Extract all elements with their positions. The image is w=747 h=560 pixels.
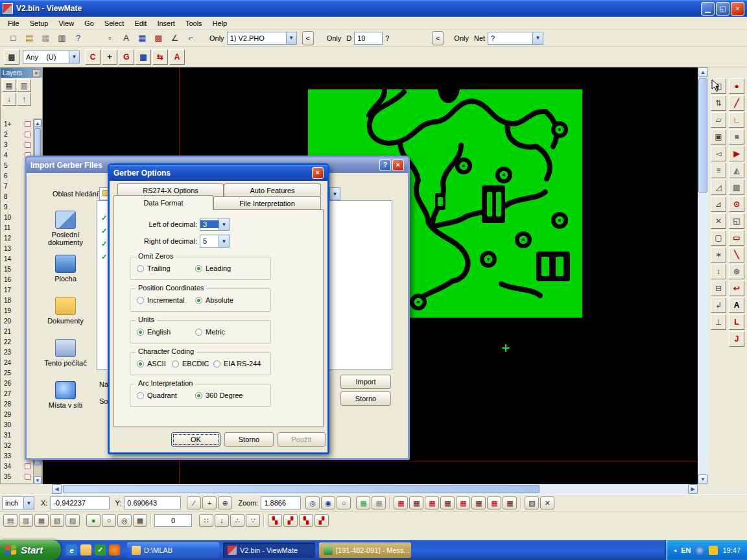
letter-g-tool-icon[interactable]: G [119,49,134,65]
vertical-scrollbar[interactable]: ▲ ▼ [698,67,708,484]
checker-2-icon[interactable]: ▞ [283,514,298,527]
copy-region-tool-icon[interactable]: ◱ [729,213,744,229]
radio-ascii[interactable]: ASCII [137,360,166,368]
swap-horiz-icon[interactable]: ⇆ [152,49,168,65]
polyline-tool-icon[interactable]: ∟ [729,112,744,128]
grid-step-2-icon[interactable]: ▥ [19,514,33,527]
because-icon[interactable]: ∵ [246,514,260,527]
menu-item[interactable]: Help [208,18,233,29]
grid-step-4-icon[interactable]: ▧ [50,514,64,527]
anchor-tool-icon[interactable]: ⊥ [711,314,726,330]
radio-trailing[interactable]: Trailing [137,264,171,272]
scroll-up-icon[interactable]: ▲ [698,67,708,77]
transform-tool-icon[interactable]: ▱ [711,112,726,128]
ok-button[interactable]: OK [171,432,220,447]
probe-a-icon[interactable]: ○ [102,514,116,527]
update-tray-icon[interactable] [709,546,718,555]
checker-3-icon[interactable]: ▚ [299,514,313,527]
internet-explorer-icon[interactable]: e [66,544,77,555]
zoom-out-icon[interactable]: ○ [337,496,351,509]
undo-tool-icon[interactable]: ↲ [711,298,726,313]
taskbar-button-mlab[interactable]: D:\MLAB [127,542,219,558]
drop-arrow-icon[interactable]: ↓ [215,514,229,527]
layer-copy-tool-icon[interactable]: ⇅ [711,95,726,111]
print-icon[interactable]: ▥ [54,31,69,45]
grid-step-1-icon[interactable]: ▤ [3,514,18,527]
grid-green-icon[interactable]: ▦ [356,496,370,509]
layer-row[interactable]: 2 [1,129,33,139]
layers-panel-titlebar[interactable]: Layers × [1,68,42,78]
chevron-down-icon[interactable]: ▼ [23,497,34,509]
pan-cross-icon[interactable]: + [102,49,117,65]
chevron-down-icon[interactable]: ▼ [286,32,296,44]
mirror-tool-icon[interactable]: ◅ [711,146,726,161]
context-help-icon[interactable]: ? [71,31,86,45]
letter-a-tool-icon[interactable]: A [169,49,185,65]
flash-tool-icon[interactable]: ▶ [729,146,744,161]
save-file-icon[interactable]: ▦ [38,31,53,45]
dot-grid-icon[interactable]: ∷ [199,514,213,527]
checker-4-icon[interactable]: ▞ [314,514,329,527]
open-file-icon[interactable]: ▤ [22,31,37,45]
menu-item[interactable]: Go [79,18,99,29]
circle-tool-icon[interactable]: ⊙ [729,196,744,212]
zoom-in-icon[interactable]: ◎ [305,496,320,509]
menu-item[interactable]: File [3,18,25,29]
close-icon[interactable]: × [312,167,324,179]
layer-color-swatch[interactable] [25,463,30,469]
place-network[interactable]: Místa v síti [37,381,94,409]
layer-color-swatch[interactable] [25,132,30,137]
left-of-decimal-combo[interactable]: 3 ▼ [200,218,230,231]
chevron-down-icon[interactable]: ▼ [69,51,79,63]
online-dot-icon[interactable]: ● [86,514,101,527]
help-icon[interactable]: ? [379,159,391,171]
menu-item[interactable]: Setup [25,18,54,29]
grid-step-3-icon[interactable]: ▦ [34,514,49,527]
net-grid-8-icon[interactable]: ▦ [503,496,517,509]
letter-c-tool-icon[interactable]: C [85,49,101,65]
ruler-icon[interactable]: ⌐ [184,31,198,45]
snap-tool-icon[interactable]: ∗ [711,247,726,262]
messenger-icon[interactable]: ✓ [95,544,106,555]
hook-tool-icon[interactable]: ↩ [729,281,744,296]
prev-net-button[interactable]: < [432,31,444,45]
fill-rect-tool-icon[interactable]: ▣ [711,129,726,145]
zoom-select-icon[interactable]: ◉ [321,496,335,509]
tab-file-interpretation[interactable]: File Interpretation [213,196,321,209]
import-button[interactable]: Import [340,375,391,389]
restore-button[interactable]: ◱ [716,2,729,16]
dashed-rect-tool-icon[interactable]: ▭ [729,230,744,246]
tab-data-format[interactable]: Data Format [113,195,213,210]
radio-incremental[interactable]: Incremental [137,296,184,304]
layer-color-swatch[interactable] [25,474,30,480]
place-my-computer[interactable]: Tento počítač [37,339,94,367]
browser-icon[interactable] [109,544,120,555]
cut-tool-icon[interactable]: ✕ [711,213,726,229]
file-checked-icon[interactable]: ✓ [101,227,107,235]
apply-button[interactable]: Použít [278,432,326,447]
close-button[interactable]: × [731,2,744,16]
therefore-icon[interactable]: ∴ [230,514,244,527]
menu-item[interactable]: Edit [129,18,152,29]
net-grid-7-icon[interactable]: ▦ [487,496,501,509]
text-tool-icon[interactable]: A [729,298,744,313]
probe-b-icon[interactable]: ◎ [117,514,132,527]
grid-toggle-icon[interactable]: ▦ [133,514,147,527]
line-tool-icon[interactable]: ╱ [729,95,744,111]
film-layer-icon[interactable]: ▩ [4,49,19,65]
vertical-scroll-thumb[interactable] [698,78,707,192]
tab-rs274x-options[interactable]: RS274-X Options [117,183,224,196]
radio-quadrant[interactable]: Quadrant [137,391,177,399]
place-desktop[interactable]: Plocha [37,255,94,283]
only-dcode-toggle[interactable]: Only [327,34,342,42]
point-tool-icon[interactable]: ● [729,78,744,94]
net-grid-5-icon[interactable]: ▦ [456,496,470,509]
pattern-x-icon[interactable]: ▧ [525,496,539,509]
menu-item[interactable]: Insert [152,18,180,29]
menu-item[interactable]: Select [99,18,130,29]
menu-item[interactable]: Tools [180,18,208,29]
net-grid-3-icon[interactable]: ▦ [425,496,439,509]
grid-gray-icon[interactable]: ▦ [372,496,386,509]
layer-row[interactable]: 3 [1,139,33,150]
file-checked-icon[interactable]: ✓ [101,214,107,222]
